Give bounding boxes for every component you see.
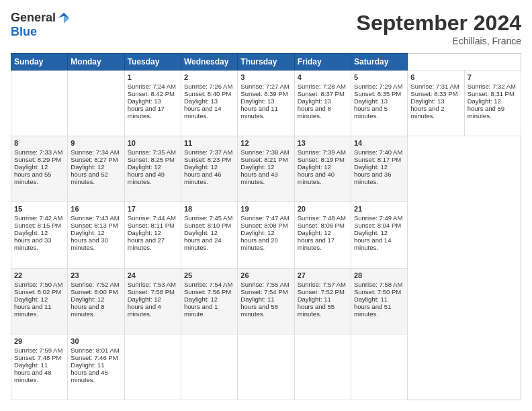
calendar-cell: 25Sunrise: 7:54 AMSunset: 7:56 PMDayligh… xyxy=(181,268,237,334)
day-header-wednesday: Wednesday xyxy=(181,54,237,71)
daylight: Daylight: 13 hours and 8 minutes. xyxy=(298,97,331,120)
daylight: Daylight: 12 hours and 43 minutes. xyxy=(240,163,277,185)
calendar-cell xyxy=(124,334,181,400)
day-header-thursday: Thursday xyxy=(238,54,294,71)
sunset: Sunset: 8:29 PM xyxy=(14,156,61,163)
daylight: Daylight: 12 hours and 59 minutes. xyxy=(468,97,504,120)
daylight: Daylight: 12 hours and 30 minutes. xyxy=(71,229,107,251)
daylight: Daylight: 11 hours and 55 minutes. xyxy=(298,295,335,318)
sunset: Sunset: 8:35 PM xyxy=(354,90,401,97)
sunset: Sunset: 8:08 PM xyxy=(240,222,287,229)
calendar-cell: 4Sunrise: 7:28 AMSunset: 8:37 PMDaylight… xyxy=(294,71,351,136)
sunrise: Sunrise: 7:34 AM xyxy=(71,148,119,156)
calendar-cell: 6Sunrise: 7:31 AMSunset: 8:33 PMDaylight… xyxy=(408,71,464,136)
day-number: 30 xyxy=(71,337,121,345)
sunrise: Sunrise: 7:32 AM xyxy=(468,83,516,90)
logo-blue-text: Blue xyxy=(11,25,37,39)
daylight: Daylight: 12 hours and 33 minutes. xyxy=(14,229,51,251)
calendar-week-5: 29Sunrise: 7:59 AMSunset: 7:48 PMDayligh… xyxy=(11,334,521,400)
sunset: Sunset: 8:33 PM xyxy=(410,90,457,97)
sunrise: Sunrise: 7:58 AM xyxy=(354,281,402,288)
day-header-tuesday: Tuesday xyxy=(124,54,181,71)
header: General Blue September 2024 Echillais, F… xyxy=(11,11,521,46)
day-number: 2 xyxy=(184,73,234,81)
calendar-cell: 22Sunrise: 7:50 AMSunset: 8:02 PMDayligh… xyxy=(11,268,68,334)
daylight: Daylight: 12 hours and 36 minutes. xyxy=(354,163,391,185)
sunset: Sunset: 8:00 PM xyxy=(71,288,118,295)
calendar-week-4: 22Sunrise: 7:50 AMSunset: 8:02 PMDayligh… xyxy=(11,268,521,334)
sunrise: Sunrise: 7:45 AM xyxy=(184,214,232,222)
sunrise: Sunrise: 7:57 AM xyxy=(298,281,346,288)
calendar-table: SundayMondayTuesdayWednesdayThursdayFrid… xyxy=(11,53,521,400)
logo-general-text: General xyxy=(11,11,56,25)
sunrise: Sunrise: 7:38 AM xyxy=(240,148,289,156)
day-header-monday: Monday xyxy=(68,54,124,71)
sunrise: Sunrise: 7:26 AM xyxy=(184,83,232,90)
sunrise: Sunrise: 7:31 AM xyxy=(410,83,459,90)
day-number: 1 xyxy=(128,73,178,81)
calendar-cell: 26Sunrise: 7:55 AMSunset: 7:54 PMDayligh… xyxy=(238,268,294,334)
day-number: 16 xyxy=(71,205,121,213)
calendar-cell: 13Sunrise: 7:39 AMSunset: 8:19 PMDayligh… xyxy=(294,136,351,202)
calendar-cell: 7Sunrise: 7:32 AMSunset: 8:31 PMDaylight… xyxy=(464,71,521,136)
sunrise: Sunrise: 7:39 AM xyxy=(298,148,346,156)
calendar-cell: 3Sunrise: 7:27 AMSunset: 8:39 PMDaylight… xyxy=(238,71,294,136)
daylight: Daylight: 13 hours and 11 minutes. xyxy=(240,97,277,120)
daylight: Daylight: 11 hours and 48 minutes. xyxy=(14,361,51,383)
calendar-cell: 21Sunrise: 7:49 AMSunset: 8:04 PMDayligh… xyxy=(351,202,407,268)
calendar-cell xyxy=(68,71,124,136)
sunrise: Sunrise: 7:24 AM xyxy=(128,83,176,90)
day-number: 22 xyxy=(14,271,64,279)
calendar-cell: 19Sunrise: 7:47 AMSunset: 8:08 PMDayligh… xyxy=(238,202,294,268)
sunrise: Sunrise: 7:29 AM xyxy=(354,83,402,90)
sunset: Sunset: 8:39 PM xyxy=(240,90,287,97)
daylight: Daylight: 12 hours and 14 minutes. xyxy=(354,229,391,251)
calendar-header-row: SundayMondayTuesdayWednesdayThursdayFrid… xyxy=(11,54,521,71)
daylight: Daylight: 12 hours and 24 minutes. xyxy=(184,229,221,251)
day-number: 20 xyxy=(298,205,348,213)
sunrise: Sunrise: 7:27 AM xyxy=(240,83,289,90)
calendar-cell xyxy=(294,334,351,400)
day-number: 17 xyxy=(128,205,178,213)
day-number: 23 xyxy=(71,271,121,279)
day-header-saturday: Saturday xyxy=(351,54,407,71)
location: Echillais, France xyxy=(357,36,521,46)
calendar-cell: 12Sunrise: 7:38 AMSunset: 8:21 PMDayligh… xyxy=(238,136,294,202)
day-number: 6 xyxy=(410,73,461,81)
sunset: Sunset: 7:46 PM xyxy=(71,354,118,361)
calendar-cell: 23Sunrise: 7:52 AMSunset: 8:00 PMDayligh… xyxy=(68,268,124,334)
calendar-cell: 27Sunrise: 7:57 AMSunset: 7:52 PMDayligh… xyxy=(294,268,351,334)
sunset: Sunset: 8:21 PM xyxy=(240,156,287,163)
daylight: Daylight: 13 hours and 14 minutes. xyxy=(184,97,221,120)
calendar-cell: 8Sunrise: 7:33 AMSunset: 8:29 PMDaylight… xyxy=(11,136,68,202)
day-number: 7 xyxy=(468,73,518,81)
sunrise: Sunrise: 7:33 AM xyxy=(14,148,62,156)
day-number: 29 xyxy=(14,337,64,345)
calendar-cell: 15Sunrise: 7:42 AMSunset: 8:15 PMDayligh… xyxy=(11,202,68,268)
daylight: Daylight: 12 hours and 27 minutes. xyxy=(128,229,165,251)
daylight: Daylight: 11 hours and 45 minutes. xyxy=(71,361,107,383)
day-header-friday: Friday xyxy=(294,54,351,71)
day-header-sunday: Sunday xyxy=(11,54,68,71)
sunset: Sunset: 8:06 PM xyxy=(298,222,345,229)
sunrise: Sunrise: 7:59 AM xyxy=(14,347,62,354)
sunrise: Sunrise: 7:47 AM xyxy=(240,214,289,222)
calendar-cell xyxy=(11,71,68,136)
sunrise: Sunrise: 7:44 AM xyxy=(128,214,176,222)
sunset: Sunset: 8:23 PM xyxy=(184,156,231,163)
calendar-cell: 18Sunrise: 7:45 AMSunset: 8:10 PMDayligh… xyxy=(181,202,237,268)
sunset: Sunset: 8:02 PM xyxy=(14,288,61,295)
daylight: Daylight: 12 hours and 1 minute. xyxy=(184,295,218,318)
calendar-cell: 5Sunrise: 7:29 AMSunset: 8:35 PMDaylight… xyxy=(351,71,407,136)
day-number: 21 xyxy=(354,205,404,213)
daylight: Daylight: 12 hours and 8 minutes. xyxy=(71,295,104,318)
day-number: 12 xyxy=(240,139,291,147)
daylight: Daylight: 13 hours and 5 minutes. xyxy=(354,97,388,120)
calendar-cell: 11Sunrise: 7:37 AMSunset: 8:23 PMDayligh… xyxy=(181,136,237,202)
calendar-week-3: 15Sunrise: 7:42 AMSunset: 8:15 PMDayligh… xyxy=(11,202,521,268)
day-number: 25 xyxy=(184,271,234,279)
logo-icon xyxy=(57,11,71,25)
daylight: Daylight: 12 hours and 55 minutes. xyxy=(14,163,51,185)
day-number: 10 xyxy=(128,139,178,147)
sunset: Sunset: 7:50 PM xyxy=(354,288,401,295)
